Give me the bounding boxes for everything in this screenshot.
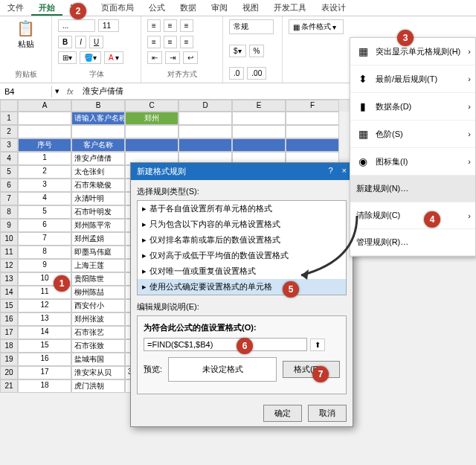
cell[interactable]: 4 [18, 192, 71, 205]
align-mid[interactable]: ≡ [164, 19, 177, 32]
cell[interactable]: 郑州陈平常 [71, 219, 125, 232]
cell[interactable] [125, 138, 178, 152]
cell[interactable]: 2 [18, 165, 71, 179]
cell[interactable]: 7 [18, 232, 71, 246]
cell[interactable] [232, 138, 286, 152]
paste-button[interactable]: 📋 粘贴 [6, 19, 45, 50]
row-header[interactable]: 13 [0, 272, 18, 286]
col-header[interactable]: A [18, 100, 71, 112]
menu-icon-sets[interactable]: ◉图标集(I)› [350, 148, 475, 176]
percent-button[interactable]: % [249, 45, 265, 57]
dec-inc[interactable]: .0 [229, 67, 244, 80]
tab-file[interactable]: 文件 [0, 0, 31, 16]
border-button[interactable]: ⊞▾ [58, 51, 77, 64]
tab-layout[interactable]: 页面布局 [94, 0, 141, 16]
cell[interactable]: 序号 [18, 138, 71, 152]
cell[interactable] [18, 112, 71, 125]
tab-review[interactable]: 审阅 [204, 0, 235, 16]
row-header[interactable]: 5 [0, 165, 18, 179]
cell[interactable]: 3 [18, 179, 71, 192]
cell[interactable]: 永清叶明 [71, 192, 125, 205]
row-header[interactable]: 16 [0, 312, 18, 326]
row-header[interactable]: 17 [0, 326, 18, 339]
row-header[interactable]: 12 [0, 259, 18, 272]
cell[interactable] [178, 112, 232, 125]
font-color-button[interactable]: A▾ [104, 51, 123, 64]
tab-tabledesign[interactable]: 表设计 [314, 0, 353, 16]
row-header[interactable]: 11 [0, 246, 18, 259]
row-header[interactable]: 6 [0, 179, 18, 192]
cell[interactable] [232, 125, 286, 138]
cell[interactable]: 客户名称 [71, 138, 125, 152]
cell[interactable] [18, 125, 71, 138]
font-name-dropdown[interactable]: ... [58, 19, 95, 32]
col-header[interactable]: B [71, 100, 125, 112]
cell[interactable]: 12 [18, 299, 71, 312]
row-header[interactable]: 7 [0, 192, 18, 205]
ok-button[interactable]: 确定 [263, 405, 302, 422]
indent-dec[interactable]: ⇤ [147, 51, 162, 64]
indent-inc[interactable]: ⇥ [165, 51, 180, 64]
row-header[interactable]: 10 [0, 232, 18, 246]
align-left[interactable]: ≡ [147, 36, 161, 48]
currency-button[interactable]: $▾ [229, 45, 246, 57]
select-all-corner[interactable] [0, 100, 18, 112]
dialog-titlebar[interactable]: 新建格式规则 ?× [131, 163, 353, 180]
cell[interactable] [125, 125, 178, 138]
cell[interactable] [232, 112, 286, 125]
cell[interactable]: 14 [18, 326, 71, 339]
tab-home[interactable]: 开始 [31, 0, 62, 16]
cell[interactable]: 石市朱晓俊 [71, 179, 125, 192]
cell[interactable]: 太仓张剑 [71, 165, 125, 179]
row-header[interactable]: 21 [0, 379, 18, 393]
cell[interactable]: 16 [18, 353, 71, 366]
menu-manage-rules[interactable]: 管理规则(R)… [350, 229, 475, 256]
align-center[interactable]: ≡ [164, 36, 177, 48]
conditional-format-button[interactable]: ▦ 条件格式▾ [289, 19, 344, 34]
align-top[interactable]: ≡ [147, 19, 161, 32]
menu-highlight-rules[interactable]: ▦突出显示单元格规则(H)› [350, 38, 475, 65]
cell[interactable]: 贵阳陈世 [71, 272, 125, 286]
fx-icon[interactable]: fx [62, 87, 78, 96]
menu-new-rule[interactable]: 新建规则(N)… [350, 176, 475, 202]
range-picker-icon[interactable]: ⬆ [310, 339, 325, 351]
tab-formulas[interactable]: 公式 [141, 0, 173, 16]
bold-button[interactable]: B [58, 36, 72, 48]
cell[interactable]: 石市张艺 [71, 326, 125, 339]
cell[interactable]: 柳州陈喆 [71, 286, 125, 299]
cell[interactable]: 郑州 [125, 112, 178, 125]
menu-color-scales[interactable]: ▦色阶(S)› [350, 121, 475, 148]
row-header[interactable]: 18 [0, 339, 18, 353]
cancel-button[interactable]: 取消 [308, 405, 347, 422]
dec-dec[interactable]: .00 [247, 67, 266, 80]
row-header[interactable]: 14 [0, 286, 18, 299]
row-header[interactable]: 4 [0, 152, 18, 165]
row-header[interactable]: 20 [0, 366, 18, 379]
cell[interactable] [286, 125, 339, 138]
cell[interactable]: 石市叶明发 [71, 205, 125, 219]
wrap-text[interactable]: ↩ [183, 51, 198, 64]
cell[interactable]: 9 [18, 259, 71, 272]
cell[interactable]: 郑州张波 [71, 312, 125, 326]
cell[interactable]: 1 [18, 152, 71, 165]
menu-data-bars[interactable]: ▮数据条(D)› [350, 93, 475, 121]
row-header[interactable]: 9 [0, 219, 18, 232]
cell[interactable]: 西安付小 [71, 299, 125, 312]
formula-input[interactable]: =FIND($C$1,$B4) [144, 338, 307, 351]
close-button[interactable]: × [342, 166, 347, 175]
tab-view[interactable]: 视图 [235, 0, 266, 16]
row-header[interactable]: 19 [0, 353, 18, 366]
row-header[interactable]: 8 [0, 205, 18, 219]
cell[interactable]: 请输入客户名称 [71, 112, 125, 125]
cell[interactable] [178, 138, 232, 152]
cell[interactable]: 郑州孟娟 [71, 232, 125, 246]
font-size-dropdown[interactable]: 11 [98, 19, 119, 32]
italic-button[interactable]: I [75, 36, 86, 48]
cell[interactable]: 虎门洪朝 [71, 379, 125, 393]
cell[interactable] [286, 112, 339, 125]
tab-data[interactable]: 数据 [173, 0, 204, 16]
cell[interactable]: 15 [18, 339, 71, 353]
cell[interactable]: 18 [18, 379, 71, 393]
row-header[interactable]: 15 [0, 299, 18, 312]
cell[interactable]: 石市张致 [71, 339, 125, 353]
